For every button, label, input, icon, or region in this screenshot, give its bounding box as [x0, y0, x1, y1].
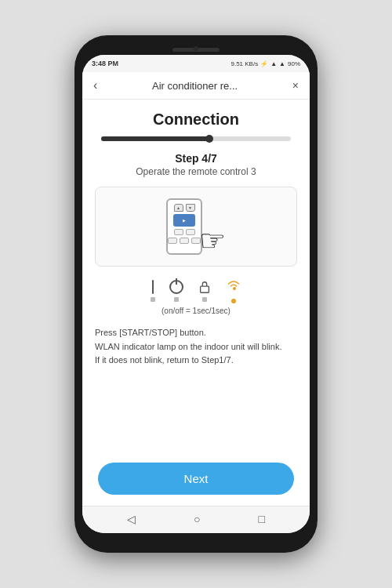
btn-container: Next	[82, 456, 310, 506]
instructions-text: Press [START/STOP] button. WLAN indicato…	[95, 326, 297, 368]
status-time: 3:48 PM	[92, 60, 118, 67]
instruction-line2: WLAN indicator lamp on the indoor unit w…	[95, 342, 260, 351]
remote-small-buttons-2	[168, 238, 201, 244]
instruction-line3: blink.	[262, 342, 282, 351]
power-bar-dot	[151, 297, 155, 302]
wifi-blink-icon	[226, 278, 241, 296]
progress-section: Connection	[82, 100, 310, 146]
battery-level: 90%	[288, 60, 300, 67]
status-right: 9.51 KB/s ⚡ ▲ ▲ 90%	[230, 60, 300, 67]
remote-small-btn-4	[180, 238, 189, 244]
nav-recent-button[interactable]: □	[259, 513, 265, 525]
remote-unit: ▶	[166, 198, 202, 255]
nav-bar: ◁ ○ □	[82, 506, 310, 533]
remote-btn-up	[174, 204, 183, 212]
illustration-box: ▶ ☞	[95, 187, 297, 267]
remote-illustration: ▶ ☞	[166, 198, 226, 255]
icons-row	[151, 278, 241, 303]
remote-btn-down	[186, 204, 195, 212]
instructions-section: Press [START/STOP] button. WLAN indicato…	[82, 318, 310, 456]
bluetooth-icon: ⚡	[260, 60, 268, 67]
signal-icon: ▲	[270, 60, 277, 67]
step-description: Operate the remote control 3	[93, 166, 299, 177]
phone-screen: 3:48 PM 9.51 KB/s ⚡ ▲ ▲ 90% ‹ Air condit…	[82, 55, 310, 533]
wifi-status-icon: ▲	[279, 60, 285, 67]
wifi-blink-icon-item	[226, 278, 241, 303]
step-number: Step 4/7	[93, 152, 299, 165]
app-header: ‹ Air conditioner re... ×	[82, 72, 310, 100]
svg-rect-0	[201, 286, 209, 292]
nav-home-button[interactable]: ○	[194, 513, 200, 525]
phone-outer: 3:48 PM 9.51 KB/s ⚡ ▲ ▲ 90% ‹ Air condit…	[74, 35, 318, 553]
lock-icon-item	[198, 280, 212, 302]
remote-small-btn-1	[174, 229, 183, 235]
close-button[interactable]: ×	[292, 79, 299, 92]
wifi-blink-dot	[231, 299, 236, 303]
back-button[interactable]: ‹	[93, 78, 97, 93]
power-icon	[169, 280, 183, 294]
instruction-line1: Press [START/STOP] button.	[95, 328, 206, 337]
blink-label: (on/off = 1sec/1sec)	[162, 307, 230, 315]
instruction-line4: If it does not blink, return to Step1/7.	[95, 355, 234, 365]
vertical-bar-icon	[152, 280, 154, 294]
power-dot	[174, 297, 179, 302]
power-bar-icon-item	[151, 280, 155, 302]
remote-main-button: ▶	[173, 214, 195, 227]
hand-press-icon: ☞	[199, 223, 226, 258]
page-title: Connection	[98, 111, 294, 129]
status-network: 9.51 KB/s	[230, 60, 258, 67]
remote-small-btn-3	[168, 238, 177, 244]
indicator-row: (on/off = 1sec/1sec)	[82, 273, 310, 318]
app-title: Air conditioner re...	[152, 80, 238, 92]
progress-bar-container	[101, 136, 291, 141]
power-icon-item	[169, 280, 183, 302]
remote-small-buttons	[174, 229, 195, 235]
lock-dot	[202, 297, 207, 302]
progress-bar-fill	[101, 136, 209, 141]
status-bar: 3:48 PM 9.51 KB/s ⚡ ▲ ▲ 90%	[82, 55, 310, 72]
lock-icon	[198, 280, 212, 294]
next-button[interactable]: Next	[98, 463, 294, 495]
step-info: Step 4/7 Operate the remote control 3	[82, 146, 310, 180]
remote-top-buttons	[174, 204, 195, 212]
content-area: Connection Step 4/7 Operate the remote c…	[82, 100, 310, 506]
remote-small-btn-2	[186, 229, 195, 235]
progress-dot	[205, 135, 213, 143]
nav-back-button[interactable]: ◁	[127, 513, 136, 525]
